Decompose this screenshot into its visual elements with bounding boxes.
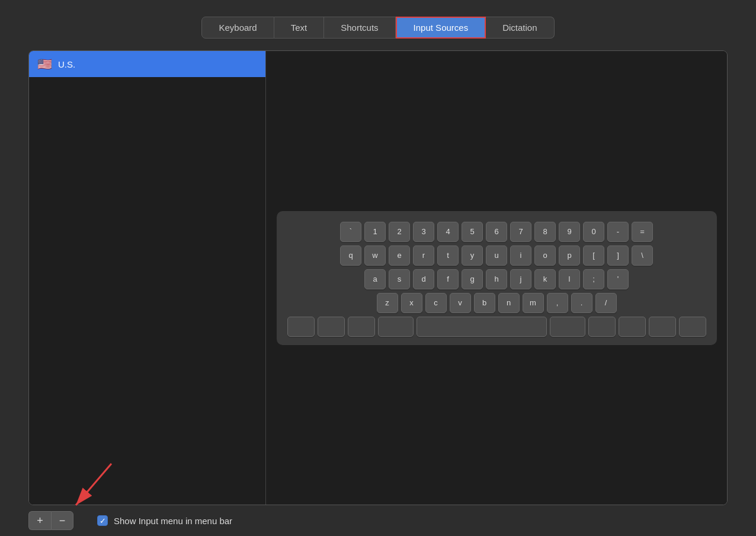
key-2: 2 bbox=[389, 222, 410, 242]
key-h: h bbox=[486, 269, 507, 289]
key-8: 8 bbox=[534, 222, 556, 242]
add-remove-group: + − bbox=[28, 511, 73, 530]
key-m: m bbox=[523, 293, 544, 313]
key-up-down bbox=[649, 317, 676, 337]
key-semicolon: ; bbox=[583, 269, 604, 289]
key-a: a bbox=[364, 269, 386, 289]
key-fn bbox=[287, 317, 315, 337]
key-c: c bbox=[425, 293, 447, 313]
source-item-us[interactable]: 🇺🇸 U.S. bbox=[29, 51, 265, 77]
keyboard-visual: ` 1 2 3 4 5 6 7 8 9 0 - = q w bbox=[277, 211, 717, 345]
us-flag-icon: 🇺🇸 bbox=[37, 57, 52, 71]
key-l: l bbox=[559, 269, 580, 289]
key-minus: - bbox=[607, 222, 629, 242]
key-cmd-right bbox=[550, 317, 585, 337]
key-lbracket: [ bbox=[583, 245, 604, 266]
key-s: s bbox=[389, 269, 410, 289]
key-b: b bbox=[474, 293, 495, 313]
key-o: o bbox=[534, 245, 556, 266]
key-n: n bbox=[498, 293, 520, 313]
key-j: j bbox=[510, 269, 531, 289]
key-equals: = bbox=[632, 222, 653, 242]
key-ctrl bbox=[318, 317, 345, 337]
key-comma: , bbox=[547, 293, 568, 313]
key-f: f bbox=[437, 269, 459, 289]
key-v: v bbox=[450, 293, 471, 313]
key-left bbox=[619, 317, 646, 337]
key-backslash: \ bbox=[632, 245, 653, 266]
key-option-right bbox=[588, 317, 616, 337]
key-z: z bbox=[377, 293, 398, 313]
tab-text[interactable]: Text bbox=[274, 17, 325, 39]
key-i: i bbox=[510, 245, 531, 266]
key-3: 3 bbox=[413, 222, 434, 242]
key-1: 1 bbox=[364, 222, 386, 242]
key-5: 5 bbox=[462, 222, 483, 242]
key-g: g bbox=[462, 269, 483, 289]
right-panel: ` 1 2 3 4 5 6 7 8 9 0 - = q w bbox=[266, 51, 727, 505]
key-row-2: q w e r t y u i o p [ ] \ bbox=[287, 245, 706, 266]
left-panel-empty bbox=[29, 77, 265, 505]
add-source-button[interactable]: + bbox=[28, 511, 51, 530]
tab-shortcuts[interactable]: Shortcuts bbox=[324, 17, 395, 39]
key-right bbox=[679, 317, 706, 337]
source-name: U.S. bbox=[58, 59, 75, 69]
key-6: 6 bbox=[486, 222, 507, 242]
key-row-1: ` 1 2 3 4 5 6 7 8 9 0 - = bbox=[287, 222, 706, 242]
key-cmd-left bbox=[378, 317, 414, 337]
key-period: . bbox=[571, 293, 592, 313]
key-slash: / bbox=[595, 293, 617, 313]
key-space bbox=[417, 317, 547, 337]
tab-keyboard[interactable]: Keyboard bbox=[201, 17, 274, 39]
key-t: t bbox=[437, 245, 459, 266]
bottom-bar: + − ✓ Show Input menu in menu bar bbox=[28, 505, 728, 536]
key-y: y bbox=[462, 245, 483, 266]
key-4: 4 bbox=[437, 222, 459, 242]
key-q: q bbox=[340, 245, 361, 266]
key-k: k bbox=[534, 269, 556, 289]
tab-dictation[interactable]: Dictation bbox=[486, 17, 554, 39]
key-x: x bbox=[401, 293, 422, 313]
key-r: r bbox=[413, 245, 434, 266]
show-input-menu-row: ✓ Show Input menu in menu bar bbox=[97, 515, 232, 526]
key-row-5 bbox=[287, 317, 706, 337]
left-panel: 🇺🇸 U.S. bbox=[29, 51, 266, 505]
key-7: 7 bbox=[510, 222, 531, 242]
key-0: 0 bbox=[583, 222, 604, 242]
tab-input-sources[interactable]: Input Sources bbox=[396, 17, 486, 39]
key-row-3: a s d f g h j k l ; ' bbox=[287, 269, 706, 289]
key-d: d bbox=[413, 269, 434, 289]
split-pane: 🇺🇸 U.S. ` 1 2 3 4 5 6 7 8 9 bbox=[28, 50, 728, 505]
key-9: 9 bbox=[559, 222, 580, 242]
key-p: p bbox=[559, 245, 580, 266]
key-rbracket: ] bbox=[607, 245, 629, 266]
show-input-menu-checkbox[interactable]: ✓ bbox=[97, 515, 108, 526]
key-option bbox=[348, 317, 375, 337]
key-e: e bbox=[389, 245, 410, 266]
key-u: u bbox=[486, 245, 507, 266]
show-input-menu-label: Show Input menu in menu bar bbox=[114, 516, 232, 526]
remove-source-button[interactable]: − bbox=[51, 511, 73, 530]
main-content: 🇺🇸 U.S. ` 1 2 3 4 5 6 7 8 9 bbox=[28, 50, 728, 536]
key-w: w bbox=[364, 245, 386, 266]
bottom-section: + − ✓ Show Input menu in menu bar bbox=[28, 505, 728, 536]
key-row-4: z x c v b n m , . / bbox=[287, 293, 706, 313]
key-backtick: ` bbox=[340, 222, 361, 242]
key-quote: ' bbox=[607, 269, 629, 289]
tab-bar: Keyboard Text Shortcuts Input Sources Di… bbox=[201, 17, 554, 39]
